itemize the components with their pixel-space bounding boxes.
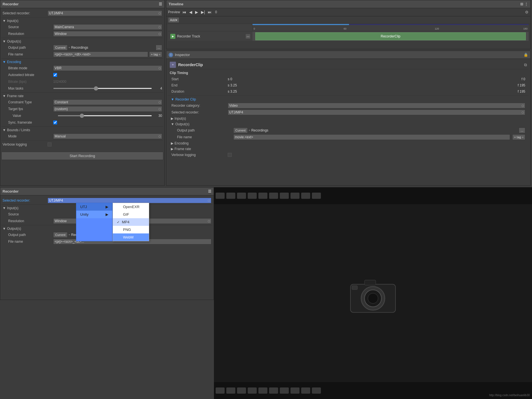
prev-frame-btn[interactable]: ◀ xyxy=(189,9,193,15)
outputs-section-header[interactable]: ▼ Output(s) xyxy=(1,39,163,44)
dropdown-openexr-item[interactable]: OpenEXR xyxy=(113,203,149,211)
skip-end-btn[interactable]: ⏭ xyxy=(207,9,212,15)
autoselect-row: Autoselect bitrate xyxy=(7,72,163,78)
insp-browse-btn[interactable]: ... xyxy=(519,128,525,133)
constraint-type-select[interactable]: Constant xyxy=(53,99,162,105)
end-row: End s 3.25 f 195 xyxy=(170,82,527,88)
insp-verbose-row: Verbose logging xyxy=(170,152,527,158)
source-wrapper[interactable]: MainCamera xyxy=(53,24,162,30)
insp-verbose-checkbox[interactable] xyxy=(228,153,232,157)
sync-framerate-checkbox[interactable] xyxy=(53,121,57,124)
insp-file-name-field[interactable]: movie.<ext> xyxy=(233,134,510,140)
inputs-label: Input(s) xyxy=(7,19,19,23)
insp-selected-recorder-wrapper[interactable]: UTJ/MP4 xyxy=(228,110,525,115)
dropdown-left-menu: UTJ ▶ Unity ▶ xyxy=(76,203,113,241)
film-hole-b7 xyxy=(280,387,289,394)
ruler-ticks: 0 60 120 180 xyxy=(252,24,529,31)
inputs-section-header[interactable]: ▼ Input(s) xyxy=(1,18,163,24)
start-f: f 0 xyxy=(522,77,525,81)
frame-rate-arrow: ▼ xyxy=(3,94,6,98)
insp-tag-button[interactable]: + tag ÷ xyxy=(512,134,525,140)
max-tasks-slider[interactable] xyxy=(53,88,152,89)
play-btn[interactable]: ▶ xyxy=(195,9,199,15)
insp-encoding-arrow: ▶ xyxy=(171,141,173,145)
insp-selected-recorder-select[interactable]: UTJ/MP4 xyxy=(228,110,525,115)
insp-current-btn[interactable]: Current xyxy=(233,128,248,133)
resolution-select[interactable]: Window xyxy=(53,31,162,37)
insp-outputs-label: Output(s) xyxy=(175,122,189,126)
encoding-section-header[interactable]: ▼ Encoding xyxy=(1,59,163,65)
bottom-selected-recorder-wrapper[interactable]: UTJ/MP4 xyxy=(48,198,211,203)
dropdown-webm-item[interactable]: WebM xyxy=(113,233,149,241)
bounds-section-header[interactable]: ▼ Bounds / Limits xyxy=(1,127,163,133)
tag-button[interactable]: + tag ÷ xyxy=(149,52,162,57)
next-frame-btn[interactable]: ▶| xyxy=(200,9,206,15)
resolution-wrapper[interactable]: Window xyxy=(53,31,162,37)
window-icon[interactable]: ⊞ xyxy=(520,2,523,6)
bottom-menu-icon[interactable]: ☰ xyxy=(208,189,211,193)
dropdown-unity-item[interactable]: Unity ▶ xyxy=(76,211,112,218)
recorder-bottom-titlebar: Recorder ☰ xyxy=(0,188,214,195)
dropdown-png-item[interactable]: PNG xyxy=(113,226,149,233)
output-path-current-btn[interactable]: Current xyxy=(53,45,68,50)
bottom-selected-recorder-select[interactable]: UTJ/MP4 xyxy=(48,198,211,203)
insp-verbose-label: Verbose logging xyxy=(171,153,228,157)
track-collapse-btn[interactable]: — xyxy=(246,34,250,39)
selected-recorder-select[interactable]: UTJ/MP4 xyxy=(48,10,162,16)
recorder-category-wrapper[interactable]: Video xyxy=(228,103,525,108)
dropdown-mp4-item[interactable]: ✓ MP4 xyxy=(113,218,149,226)
autoselect-checkbox[interactable] xyxy=(53,73,57,77)
recorder-clip-block[interactable]: RecorderClip xyxy=(255,32,526,40)
file-name-field[interactable]: <prj>-<scn>_<dt>.<ext> xyxy=(53,52,148,57)
frame-rate-section-header[interactable]: ▼ Frame rate xyxy=(1,93,163,99)
target-fps-wrapper[interactable]: (custom) xyxy=(53,106,162,112)
mode-select[interactable]: Manual xyxy=(53,133,162,139)
insp-outputs-section[interactable]: ▼ Output(s) xyxy=(170,121,527,127)
insp-inputs-section[interactable]: ▶ Input(s) xyxy=(170,116,527,121)
bitrate-mode-wrapper[interactable]: VBR xyxy=(53,65,162,71)
outputs-arrow: ▼ xyxy=(3,39,6,43)
add-btn[interactable]: Add▾ xyxy=(168,17,179,23)
bounds-arrow: ▼ xyxy=(3,128,6,132)
recorder-clip-header[interactable]: ▼ Recorder Clip xyxy=(170,97,527,102)
frame-rate-label: Frame rate xyxy=(7,94,24,98)
value-slider[interactable] xyxy=(58,115,152,116)
insp-encoding-section[interactable]: ▶ Encoding xyxy=(170,141,527,146)
verbose-checkbox[interactable] xyxy=(48,142,52,146)
constraint-type-wrapper[interactable]: Constant xyxy=(53,99,162,105)
unity-label: Unity xyxy=(80,212,89,217)
target-fps-select[interactable]: (custom) xyxy=(53,106,162,112)
copy-icon[interactable]: ⧉ xyxy=(524,63,527,67)
selected-recorder-wrapper[interactable]: UTJ/MP4 xyxy=(48,10,162,16)
more-icon[interactable]: ⋮ xyxy=(524,2,528,6)
cog-icon[interactable]: ⚙ xyxy=(525,10,529,14)
start-recording-button[interactable]: Start Recording xyxy=(1,152,163,160)
output-path-browse-btn[interactable]: ... xyxy=(156,45,162,50)
mode-wrapper[interactable]: Manual xyxy=(53,133,162,139)
film-hole-1 xyxy=(216,193,225,199)
insp-encoding-label: Encoding xyxy=(175,141,189,145)
source-select[interactable]: MainCamera xyxy=(53,24,162,30)
mp4-checkmark: ✓ xyxy=(117,220,120,224)
info-icon: i xyxy=(169,53,173,57)
recorder-category-select[interactable]: Video xyxy=(228,103,525,108)
film-background: http://blog.csdn.net/beihuanlib30 xyxy=(214,187,532,399)
insp-frame-rate-section[interactable]: ▶ Frame rate xyxy=(170,146,527,152)
recorder-bottom-title: Recorder xyxy=(3,189,19,193)
skip-start-btn[interactable]: ⏮ xyxy=(182,9,187,15)
dropdown-gif-item[interactable]: GIF xyxy=(113,211,149,218)
menu-icon[interactable]: ☰ xyxy=(159,2,162,6)
verbose-label: Verbose logging xyxy=(3,142,48,146)
mode-row: Mode Manual xyxy=(7,133,163,140)
bitrate-mode-select[interactable]: VBR xyxy=(53,65,162,71)
outputs-label: Output(s) xyxy=(7,39,21,43)
inspector-obj-header: ✦ RecorderClip ⧉ xyxy=(168,61,529,69)
unity-arrow: ▶ xyxy=(106,212,108,217)
insp-output-path-row: Output path Current ÷ Recordings ... xyxy=(175,127,527,134)
dropdown-utj-item[interactable]: UTJ ▶ xyxy=(76,203,112,211)
bottom-current-btn[interactable]: Current xyxy=(53,232,68,238)
ruler-mark-60: 60 xyxy=(344,27,347,30)
timeline-track-area: ▶ Recorder Track — RecorderClip xyxy=(168,32,529,41)
inspector-lock-icon[interactable]: 🔒 xyxy=(524,53,528,57)
sync-framerate-row: Sync. framerate xyxy=(7,119,163,126)
